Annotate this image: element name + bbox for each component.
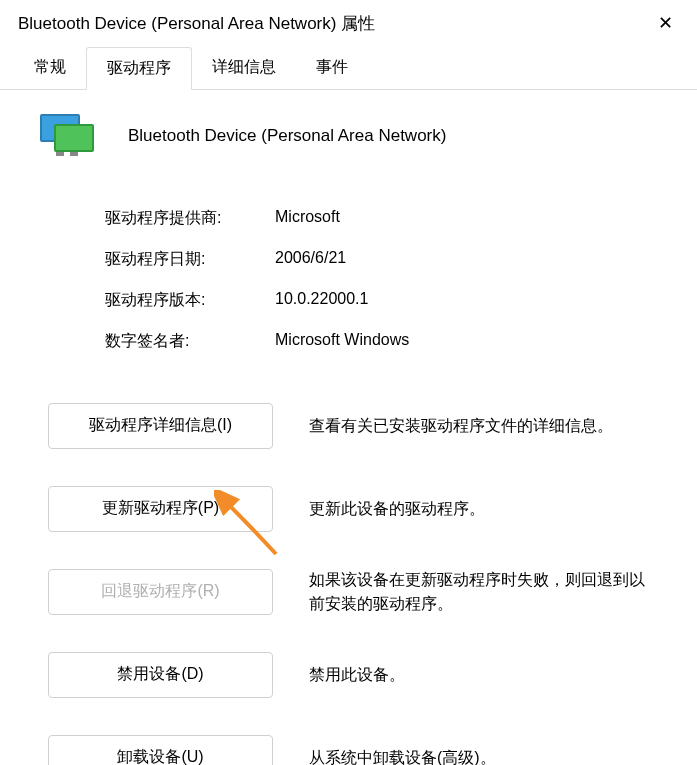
update-driver-row: 更新驱动程序(P) 更新此设备的驱动程序。 [48,481,657,536]
driver-provider-label: 驱动程序提供商: [105,208,275,229]
update-driver-desc: 更新此设备的驱动程序。 [309,497,657,521]
tab-general[interactable]: 常规 [14,47,86,90]
rollback-driver-button: 回退驱动程序(R) [48,569,273,615]
driver-date-label: 驱动程序日期: [105,249,275,270]
disable-device-desc: 禁用此设备。 [309,663,657,687]
uninstall-device-button[interactable]: 卸载设备(U) [48,735,273,766]
driver-version-label: 驱动程序版本: [105,290,275,311]
device-header: Bluetooth Device (Personal Area Network) [40,114,657,158]
update-driver-button[interactable]: 更新驱动程序(P) [48,486,273,532]
driver-details-button[interactable]: 驱动程序详细信息(I) [48,403,273,449]
window-title: Bluetooth Device (Personal Area Network)… [18,12,375,35]
network-device-icon [40,114,98,158]
driver-provider-row: 驱动程序提供商: Microsoft [40,198,657,239]
tab-bar: 常规 驱动程序 详细信息 事件 [0,46,697,90]
driver-date-value: 2006/6/21 [275,249,346,270]
driver-details-row: 驱动程序详细信息(I) 查看有关已安装驱动程序文件的详细信息。 [48,398,657,453]
driver-version-row: 驱动程序版本: 10.0.22000.1 [40,280,657,321]
tab-driver[interactable]: 驱动程序 [86,47,192,90]
close-icon[interactable]: ✕ [650,8,681,38]
tab-content: Bluetooth Device (Personal Area Network)… [0,90,697,765]
disable-device-row: 禁用设备(D) 禁用此设备。 [48,647,657,702]
driver-date-row: 驱动程序日期: 2006/6/21 [40,239,657,280]
disable-device-button[interactable]: 禁用设备(D) [48,652,273,698]
digital-signer-value: Microsoft Windows [275,331,409,352]
uninstall-device-desc: 从系统中卸载设备(高级)。 [309,746,657,766]
digital-signer-row: 数字签名者: Microsoft Windows [40,321,657,362]
driver-details-desc: 查看有关已安装驱动程序文件的详细信息。 [309,414,657,438]
uninstall-device-row: 卸载设备(U) 从系统中卸载设备(高级)。 [48,730,657,765]
driver-actions: 驱动程序详细信息(I) 查看有关已安装驱动程序文件的详细信息。 更新驱动程序(P… [40,398,657,765]
driver-provider-value: Microsoft [275,208,340,229]
rollback-driver-row: 回退驱动程序(R) 如果该设备在更新驱动程序时失败，则回退到以前安装的驱动程序。 [48,564,657,619]
driver-version-value: 10.0.22000.1 [275,290,368,311]
titlebar: Bluetooth Device (Personal Area Network)… [0,0,697,46]
rollback-driver-desc: 如果该设备在更新驱动程序时失败，则回退到以前安装的驱动程序。 [309,568,657,616]
tab-details[interactable]: 详细信息 [192,47,296,90]
digital-signer-label: 数字签名者: [105,331,275,352]
tab-events[interactable]: 事件 [296,47,368,90]
device-name: Bluetooth Device (Personal Area Network) [128,126,446,146]
